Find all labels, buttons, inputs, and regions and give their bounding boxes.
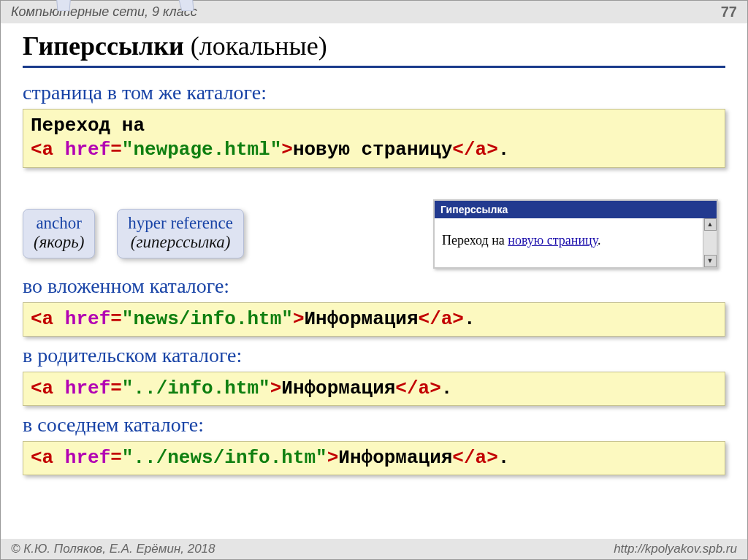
code-nested-dir: <a href="news/info.htm">Информация</a>. <box>23 302 725 337</box>
browser-hyperlink[interactable]: новую страницу <box>508 233 598 248</box>
browser-titlebar: Гиперссылка <box>435 201 717 218</box>
scroll-down-icon[interactable]: ▼ <box>704 255 717 267</box>
title-bold: Гиперссылки <box>23 31 184 61</box>
footer-url: http://kpolyakov.spb.ru <box>614 542 737 556</box>
callout-anchor: anchor (якорь) <box>23 209 95 258</box>
heading-same-dir: страница в том же каталоге: <box>23 81 725 104</box>
browser-content: Переход на новую страницу. <box>435 218 703 267</box>
svg-marker-0 <box>53 0 74 11</box>
heading-sibling-dir: в соседнем каталоге: <box>23 413 725 437</box>
code-sibling-dir: <a href="../news/info.htm">Информация</a… <box>23 441 725 475</box>
page-number: 77 <box>721 4 737 20</box>
browser-preview-window: Гиперссылка Переход на новую страницу. ▲… <box>433 199 718 269</box>
slide-header: Компьютерные сети, 9 класс 77 <box>1 1 747 23</box>
callout-href-ru: (гиперссылка) <box>128 233 233 252</box>
content-area: страница в том же каталоге: Переход на <… <box>1 68 747 475</box>
browser-body: Переход на новую страницу. ▲ ▼ <box>435 218 717 267</box>
heading-parent-dir: в родительском каталоге: <box>23 344 725 367</box>
callout-anchor-ru: (якорь) <box>34 233 84 252</box>
browser-text-before: Переход на <box>442 233 508 248</box>
code-parent-dir: <a href="../info.htm">Информация</a>. <box>23 372 725 406</box>
code-same-dir: Переход на <a href="newpage.html">новую … <box>23 109 725 168</box>
slide: Компьютерные сети, 9 класс 77 Гиперссылк… <box>0 0 748 560</box>
browser-text-after: . <box>598 233 601 248</box>
slide-footer: © К.Ю. Поляков, Е.А. Ерёмин, 2018 http:/… <box>1 539 747 559</box>
scroll-up-icon[interactable]: ▲ <box>704 218 717 231</box>
callout-href-en: hyper reference <box>128 214 233 233</box>
browser-scrollbar[interactable]: ▲ ▼ <box>703 218 717 267</box>
callout-pointer-anchor <box>53 0 83 11</box>
footer-copyright: © К.Ю. Поляков, Е.А. Ерёмин, 2018 <box>11 542 215 556</box>
heading-nested-dir: во вложенном каталоге: <box>23 275 725 298</box>
title-rest: (локальные) <box>184 31 327 61</box>
svg-marker-1 <box>169 0 194 11</box>
callout-anchor-en: anchor <box>34 214 84 233</box>
callout-href: hyper reference (гиперссылка) <box>117 209 244 258</box>
slide-title: Гиперссылки (локальные) <box>1 23 747 66</box>
callout-pointer-href <box>169 0 198 11</box>
